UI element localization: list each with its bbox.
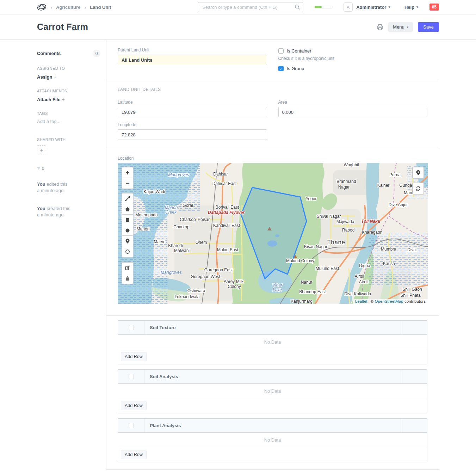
- map-label: Manori: [165, 205, 178, 210]
- draw-polygon-button[interactable]: [122, 204, 133, 215]
- area-input[interactable]: [278, 107, 428, 117]
- map-draw-toolbar: [122, 193, 134, 258]
- map-label: Creek: [165, 210, 177, 215]
- tags-label: TAGS: [37, 111, 100, 116]
- page-title: Carrot Farm: [37, 22, 88, 32]
- edit-layers-button[interactable]: [122, 263, 133, 273]
- map-label: Kanjurmarg: [291, 299, 313, 304]
- help-menu[interactable]: Help ▾: [404, 5, 418, 10]
- user-menu[interactable]: Administrator ▾: [356, 5, 390, 10]
- breadcrumb-agriculture[interactable]: Agriculture: [56, 5, 80, 10]
- section-grids: Soil Texture No Data Add Row Soil Analys…: [106, 315, 439, 469]
- map-label: Kajori Wadi: [144, 189, 165, 194]
- is-group-checkbox[interactable]: ✓ Is Group: [278, 66, 428, 71]
- chevron-down-icon: ▾: [388, 5, 390, 9]
- map-label: Nahur: [301, 280, 313, 285]
- attachments-label: ATTACHMENTS: [37, 89, 100, 93]
- add-row-button[interactable]: Add Row: [121, 401, 147, 410]
- notification-badge[interactable]: 65: [429, 4, 439, 11]
- map-label: Vihar: [272, 283, 283, 288]
- search-input[interactable]: [198, 2, 303, 12]
- map-label: Borivali East: [216, 205, 239, 210]
- grid-empty-state: No Data: [118, 335, 427, 349]
- map-label: Airoli: [355, 274, 364, 279]
- map-label: Marve: [154, 239, 166, 244]
- map-attribution: Leaflet | © OpenStreetMap contributors: [353, 299, 428, 304]
- map-label: Mulund Colony: [286, 258, 314, 263]
- map-label: Purna: [389, 172, 401, 177]
- assigned-to-label: ASSIGNED TO: [37, 66, 100, 70]
- soil-analysis-grid: Soil Analysis No Data Add Row: [118, 369, 427, 413]
- refresh-map-button[interactable]: [413, 183, 424, 194]
- chevron-right-icon: ›: [84, 4, 86, 10]
- user-menu-label: Administrator: [356, 5, 386, 10]
- longitude-input[interactable]: [118, 129, 267, 140]
- checkbox-unchecked-icon: [278, 48, 284, 54]
- breadcrumb-land-unit[interactable]: Land Unit: [90, 5, 111, 10]
- draw-marker-button[interactable]: [122, 236, 133, 246]
- map-zoom-control: + −: [122, 167, 134, 189]
- map-label: Mulund East: [316, 266, 339, 271]
- parent-land-unit-label: Parent Land Unit: [118, 48, 267, 53]
- map-label: Bhandup East: [299, 289, 326, 294]
- zoom-in-button[interactable]: +: [122, 167, 133, 178]
- grid-head-end: [401, 370, 427, 383]
- leaflet-link[interactable]: Leaflet: [355, 299, 367, 303]
- grid-title: Plant Analysis: [144, 419, 401, 432]
- map-label: Dahisar: [213, 172, 228, 177]
- is-container-help: Check if it is a hydroponic unit: [278, 56, 428, 61]
- add-row-button[interactable]: Add Row: [121, 450, 147, 459]
- form-sidebar: Comments 0 ASSIGNED TO Assign + ATTACHME…: [0, 40, 106, 470]
- map-label: Diva: [407, 247, 416, 252]
- grid-empty-state: No Data: [118, 433, 427, 447]
- locate-button[interactable]: [413, 167, 424, 178]
- map-label: Charkop: [173, 224, 190, 229]
- draw-circlemarker-button[interactable]: [122, 246, 133, 257]
- add-tag-input[interactable]: Add a tag...: [37, 119, 100, 124]
- draw-circle-button[interactable]: [122, 225, 133, 236]
- is-container-checkbox[interactable]: Is Container: [278, 48, 428, 54]
- map-label: Brahmand: [336, 179, 356, 184]
- draw-polyline-button[interactable]: [122, 193, 133, 204]
- avatar[interactable]: A: [344, 2, 353, 12]
- print-icon[interactable]: [377, 24, 383, 30]
- global-search: [198, 2, 303, 12]
- parent-land-unit-input[interactable]: [118, 55, 267, 65]
- map-label: Shill Phata: [400, 293, 421, 298]
- map-label: Charkop: [180, 217, 196, 222]
- zoom-out-button[interactable]: −: [122, 178, 133, 189]
- assign-button[interactable]: Assign +: [37, 74, 100, 80]
- like-heart-icon[interactable]: ♥: [37, 165, 41, 171]
- map-label: Dahisar East: [212, 181, 237, 186]
- location-label: Location: [118, 156, 427, 161]
- grid-title: Soil Analysis: [144, 370, 401, 383]
- map-label: Mangroves: [161, 270, 181, 275]
- osm-link[interactable]: OpenStreetMap: [375, 299, 403, 303]
- map-edit-toolbar: [122, 262, 134, 284]
- map-label: Dive Anjur: [389, 202, 408, 207]
- area-label: Area: [278, 100, 428, 105]
- select-all-checkbox[interactable]: [129, 325, 134, 330]
- add-share-button[interactable]: +: [37, 145, 46, 154]
- select-all-checkbox[interactable]: [129, 374, 134, 379]
- location-map[interactable]: WaghbilPurnaDapoDahisarBrahmandNagarDahi…: [118, 163, 428, 304]
- plus-icon: +: [62, 96, 65, 102]
- latitude-input[interactable]: [118, 107, 267, 117]
- attach-file-button[interactable]: Attach File +: [37, 96, 100, 102]
- map-label: Mangroves: [168, 172, 189, 177]
- map-label: Kisan Nagar: [304, 244, 327, 249]
- save-button[interactable]: Save: [418, 22, 439, 32]
- comments-link[interactable]: Comments: [37, 51, 61, 56]
- app-logo-icon[interactable]: [37, 3, 47, 11]
- map-label: Nagar: [338, 185, 350, 190]
- help-menu-label: Help: [404, 5, 414, 10]
- add-row-button[interactable]: Add Row: [121, 352, 147, 361]
- draw-rectangle-button[interactable]: [122, 215, 133, 225]
- select-all-checkbox[interactable]: [129, 423, 134, 428]
- navbar: › Agriculture › Land Unit A Administrato…: [0, 0, 476, 14]
- map-label: Orlem: [196, 240, 207, 245]
- map-label: Kharodi: [168, 243, 183, 248]
- section-title: LAND UNIT DETAILS: [118, 87, 427, 92]
- menu-button[interactable]: Menu ▾: [388, 22, 413, 32]
- delete-layers-button[interactable]: [122, 273, 133, 284]
